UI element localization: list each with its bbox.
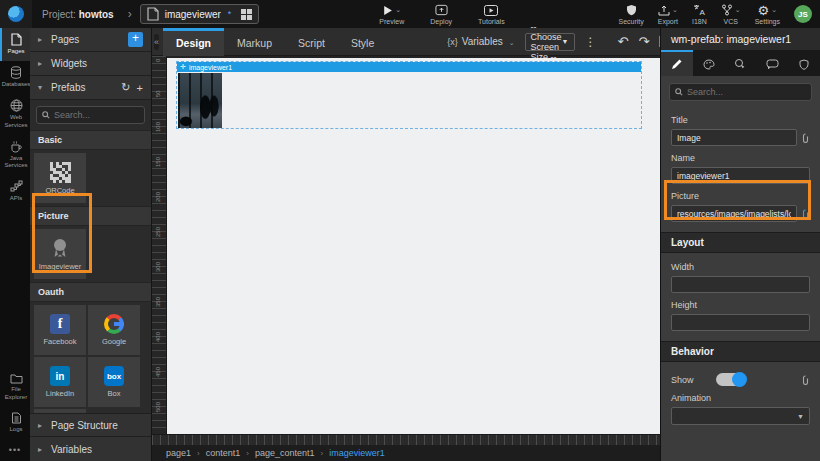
prefab-tile-qrcode[interactable]: QRCode — [34, 153, 86, 203]
palette-icon — [703, 59, 715, 70]
deploy-icon — [435, 4, 448, 17]
linkedin-icon: in — [50, 366, 70, 386]
rail-item-pages[interactable]: Pages — [0, 28, 30, 61]
section-variables[interactable]: ▸ Variables — [30, 437, 151, 461]
more-options-icon[interactable]: ••• — [0, 439, 30, 461]
tab-markup[interactable]: Markup — [224, 28, 285, 56]
tab-styles[interactable] — [693, 50, 725, 76]
design-canvas[interactable]: ✛ imageviewer1 — [167, 58, 660, 434]
variables-icon: {x} — [447, 37, 458, 47]
section-widgets[interactable]: ▸ Widgets — [30, 52, 151, 76]
play-icon — [382, 4, 393, 17]
title-field-input[interactable] — [671, 129, 797, 146]
rail-item-file-explorer[interactable]: File Explorer — [0, 368, 30, 406]
breadcrumb-page-content1[interactable]: page_content1 — [255, 448, 315, 458]
undo-icon[interactable]: ↶ — [618, 34, 629, 49]
prefab-tile-google[interactable]: Google — [88, 305, 140, 355]
pencil-icon — [671, 59, 682, 70]
prefab-tile-box[interactable]: box Box — [88, 357, 140, 407]
bind-icon-active[interactable] — [801, 209, 810, 219]
tab-security[interactable] — [788, 50, 820, 76]
show-toggle[interactable] — [716, 373, 746, 386]
width-field-label: Width — [671, 262, 810, 272]
prefab-tile-facebook[interactable]: f Facebook — [34, 305, 86, 355]
imageviewer-thumbnail[interactable] — [178, 73, 222, 128]
redo-icon[interactable]: ↷ — [638, 34, 649, 49]
add-prefab-button[interactable]: + — [137, 82, 143, 94]
chevron-right-icon: › — [128, 7, 132, 21]
animation-select[interactable]: ▼ — [671, 407, 810, 425]
bind-icon[interactable] — [801, 375, 810, 385]
widget-selection-header[interactable]: ✛ imageviewer1 — [177, 62, 641, 72]
tab-messages[interactable] — [756, 50, 788, 76]
project-label: Project: howtos — [42, 9, 114, 20]
select-magnifier-icon — [734, 58, 746, 70]
chevron-down-icon: ⌄ — [672, 6, 678, 14]
rail-item-databases[interactable]: Databases — [0, 61, 30, 94]
layout-section-header: Layout — [661, 232, 820, 253]
rail-item-web-services[interactable]: Web Services — [0, 94, 30, 134]
open-file-tab[interactable]: imageviewer * — [140, 4, 260, 24]
selected-widget[interactable]: ✛ imageviewer1 — [176, 61, 642, 129]
screen-size-select[interactable]: -- Choose Screen Size -- ▼ — [525, 33, 575, 51]
tab-events[interactable] — [725, 50, 757, 76]
dropdown-arrow-icon: ▼ — [797, 413, 804, 420]
properties-panel: wm-prefab: imageviewer1 — [660, 28, 820, 461]
triangle-right-icon: ▸ — [38, 59, 45, 68]
kebab-menu-icon[interactable]: ⋮ — [585, 35, 597, 49]
name-field-input[interactable] — [671, 167, 810, 184]
user-avatar[interactable]: JS — [794, 5, 812, 23]
rail-item-logs[interactable]: Logs — [0, 407, 30, 439]
i18n-button[interactable]: A I18N — [692, 4, 707, 25]
wavemaker-logo[interactable] — [0, 0, 32, 28]
width-field-input[interactable] — [671, 276, 810, 293]
height-field-input[interactable] — [671, 314, 810, 331]
preview-button[interactable]: ⌄ Preview — [379, 4, 404, 25]
properties-search[interactable] — [669, 83, 812, 101]
move-icon[interactable]: ✛ — [180, 63, 186, 71]
vcs-button[interactable]: ⌄ VCS — [721, 4, 741, 25]
add-page-button[interactable]: + — [128, 32, 143, 47]
deploy-button[interactable]: Deploy — [430, 4, 452, 25]
prefab-search-input[interactable] — [54, 110, 139, 120]
topbar-actions: ⌄ Preview Deploy Tutorials — [379, 4, 504, 25]
picture-field-input[interactable] — [671, 205, 797, 222]
left-rail: Pages Databases Web Services Java Servic… — [0, 28, 30, 461]
collapse-left-panel-icon[interactable]: « — [154, 34, 159, 50]
rail-item-apis[interactable]: APIs — [0, 175, 30, 208]
chevron-down-icon: ⌄ — [509, 39, 515, 47]
section-pages[interactable]: ▸ Pages + — [30, 28, 151, 52]
height-field-label: Height — [671, 300, 810, 310]
prefab-list: Basic QRCode Picture Imageviewer Oauth — [30, 100, 151, 413]
tab-properties[interactable] — [661, 50, 693, 76]
chat-bubble-icon — [766, 59, 779, 69]
breadcrumb-page1[interactable]: page1 — [166, 448, 191, 458]
export-button[interactable]: ⌄ Export — [658, 4, 678, 25]
tutorials-button[interactable]: Tutorials — [478, 4, 505, 25]
security-button[interactable]: Security — [619, 4, 644, 25]
top-bar: Project: howtos › imageviewer * ⌄ Previe… — [0, 0, 820, 28]
section-page-structure[interactable]: ▸ Page Structure — [30, 413, 151, 437]
properties-panel-title: wm-prefab: imageviewer1 — [661, 28, 820, 50]
prefab-tile-imageviewer[interactable]: Imageviewer — [34, 229, 86, 279]
animation-field-label: Animation — [671, 393, 810, 403]
variables-button[interactable]: {x} Variables ⌄ — [447, 36, 514, 47]
tab-design[interactable]: Design — [163, 28, 224, 56]
properties-search-input[interactable] — [687, 87, 806, 97]
prefab-search[interactable] — [36, 106, 145, 124]
refresh-icon[interactable]: ↻ — [121, 81, 130, 94]
tab-style[interactable]: Style — [338, 28, 387, 56]
section-prefabs[interactable]: ▾ Prefabs ↻ + — [30, 76, 151, 100]
triangle-right-icon: ▸ — [38, 35, 45, 44]
settings-button[interactable]: ⚙⌄ Settings — [755, 4, 780, 25]
bind-icon[interactable] — [801, 133, 810, 143]
wavemaker-logo-icon — [8, 6, 24, 22]
breadcrumb-imageviewer1[interactable]: imageviewer1 — [329, 448, 385, 458]
pages-icon — [10, 33, 22, 46]
rail-item-java-services[interactable]: Java Services — [0, 135, 30, 175]
qrcode-icon — [50, 162, 71, 183]
prefab-tile-linkedin[interactable]: in LinkedIn — [34, 357, 86, 407]
tab-script[interactable]: Script — [285, 28, 338, 56]
breadcrumb-content1[interactable]: content1 — [206, 448, 241, 458]
grid-view-icon[interactable] — [241, 9, 252, 20]
